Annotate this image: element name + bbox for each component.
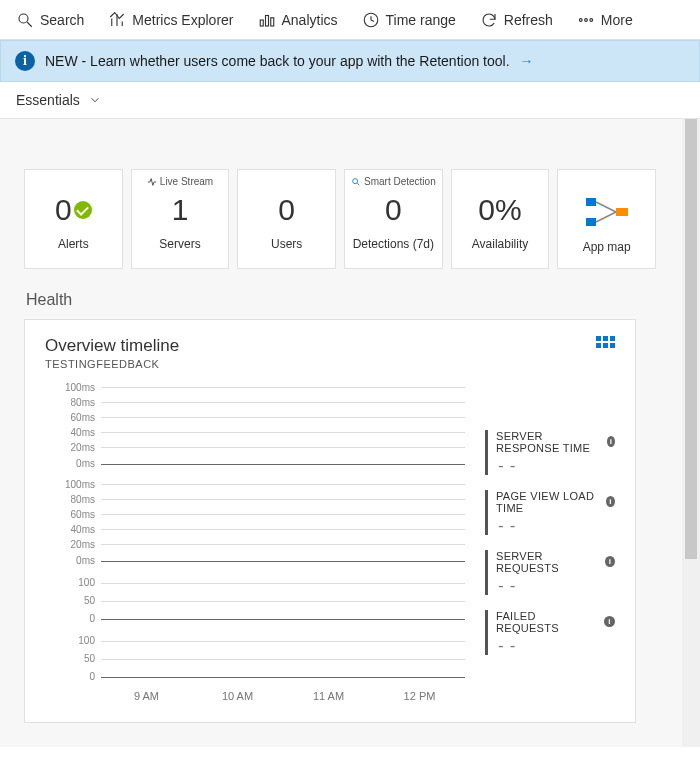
alerts-label: Alerts: [58, 237, 89, 251]
legend-page-view-load-time: PAGE VIEW LOAD TIMEi --: [485, 490, 615, 535]
info-icon[interactable]: i: [606, 496, 615, 507]
detections-label: Detections (7d): [353, 237, 434, 251]
svg-point-9: [579, 18, 582, 21]
live-stream-badge: Live Stream: [132, 176, 229, 187]
timeline-title: Overview timeline: [45, 336, 179, 356]
clock-icon: [362, 11, 380, 29]
health-section-title: Health: [26, 291, 656, 309]
banner-text: NEW - Learn whether users come back to y…: [45, 53, 510, 69]
check-icon: [74, 201, 92, 219]
legend-failed-requests: FAILED REQUESTSi --: [485, 610, 615, 655]
users-label: Users: [271, 237, 302, 251]
refresh-label: Refresh: [504, 12, 553, 28]
svg-line-17: [596, 202, 616, 212]
metrics-explorer-button[interactable]: Metrics Explorer: [96, 0, 245, 39]
search-label: Search: [40, 12, 84, 28]
arrow-right-icon: →: [520, 53, 534, 69]
detections-tile[interactable]: Smart Detection 0 Detections (7d): [344, 169, 443, 269]
content-scroll-area: 0 Alerts Live Stream 1 Servers 0 Users S…: [0, 119, 700, 747]
info-icon[interactable]: i: [607, 436, 615, 447]
users-value: 0: [278, 193, 295, 227]
server-response-time-chart: 100ms 80ms 60ms 40ms 20ms 0ms: [45, 380, 465, 473]
timeline-charts: 100ms 80ms 60ms 40ms 20ms 0ms 100ms 80ms…: [45, 380, 465, 702]
more-icon: [577, 11, 595, 29]
svg-rect-6: [265, 15, 268, 26]
svg-rect-16: [616, 208, 628, 216]
svg-point-10: [585, 18, 588, 21]
app-map-tile[interactable]: App map: [557, 169, 656, 269]
timeline-legend: SERVER RESPONSE TIMEi -- PAGE VIEW LOAD …: [485, 380, 615, 702]
pulse-icon: [147, 177, 157, 187]
availability-label: Availability: [472, 237, 528, 251]
info-icon: i: [15, 51, 35, 71]
toolbar: Search Metrics Explorer Analytics Time r…: [0, 0, 700, 40]
scrollbar[interactable]: [682, 119, 700, 747]
more-label: More: [601, 12, 633, 28]
refresh-icon: [480, 11, 498, 29]
page-view-load-time-chart: 100ms 80ms 60ms 40ms 20ms 0ms: [45, 477, 465, 570]
servers-value: 1: [172, 193, 189, 227]
search-icon: [16, 11, 34, 29]
svg-rect-7: [270, 17, 273, 25]
svg-line-13: [357, 183, 359, 185]
app-map-icon: [586, 194, 628, 230]
time-range-label: Time range: [386, 12, 456, 28]
timeline-x-axis: 9 AM 10 AM 11 AM 12 PM: [45, 690, 465, 702]
failed-requests-chart: 100 50 0: [45, 632, 465, 686]
metrics-label: Metrics Explorer: [132, 12, 233, 28]
svg-line-1: [27, 22, 32, 27]
time-range-button[interactable]: Time range: [350, 0, 468, 39]
overview-timeline-card[interactable]: Overview timeline TESTINGFEEDBACK 100ms …: [24, 319, 636, 723]
bar-chart-icon: [108, 11, 126, 29]
chevron-down-icon: [88, 93, 102, 107]
overview-tiles: 0 Alerts Live Stream 1 Servers 0 Users S…: [24, 169, 656, 269]
smart-detection-badge: Smart Detection: [345, 176, 442, 187]
svg-rect-5: [260, 20, 263, 26]
magnifier-icon: [351, 177, 361, 187]
detections-value: 0: [385, 193, 402, 227]
timeline-subtitle: TESTINGFEEDBACK: [45, 358, 179, 370]
svg-point-11: [590, 18, 593, 21]
svg-point-12: [353, 178, 358, 183]
info-icon[interactable]: i: [605, 556, 615, 567]
alerts-value: 0: [55, 193, 72, 227]
analytics-icon: [258, 11, 276, 29]
users-tile[interactable]: 0 Users: [237, 169, 336, 269]
search-button[interactable]: Search: [4, 0, 96, 39]
alerts-tile[interactable]: 0 Alerts: [24, 169, 123, 269]
essentials-label: Essentials: [16, 92, 80, 108]
app-map-label: App map: [583, 240, 631, 254]
availability-tile[interactable]: 0% Availability: [451, 169, 550, 269]
server-requests-chart: 100 50 0: [45, 574, 465, 628]
analytics-label: Analytics: [282, 12, 338, 28]
essentials-toggle[interactable]: Essentials: [0, 82, 700, 119]
grid-view-icon[interactable]: [596, 336, 615, 348]
legend-server-requests: SERVER REQUESTSi --: [485, 550, 615, 595]
servers-tile[interactable]: Live Stream 1 Servers: [131, 169, 230, 269]
scrollbar-thumb[interactable]: [685, 119, 697, 559]
info-icon[interactable]: i: [604, 616, 615, 627]
more-button[interactable]: More: [565, 0, 645, 39]
legend-server-response-time: SERVER RESPONSE TIMEi --: [485, 430, 615, 475]
svg-rect-15: [586, 218, 596, 226]
analytics-button[interactable]: Analytics: [246, 0, 350, 39]
svg-line-18: [596, 212, 616, 222]
svg-rect-14: [586, 198, 596, 206]
svg-point-0: [19, 14, 28, 23]
servers-label: Servers: [159, 237, 200, 251]
refresh-button[interactable]: Refresh: [468, 0, 565, 39]
availability-value: 0%: [478, 193, 521, 227]
info-banner[interactable]: i NEW - Learn whether users come back to…: [0, 40, 700, 82]
